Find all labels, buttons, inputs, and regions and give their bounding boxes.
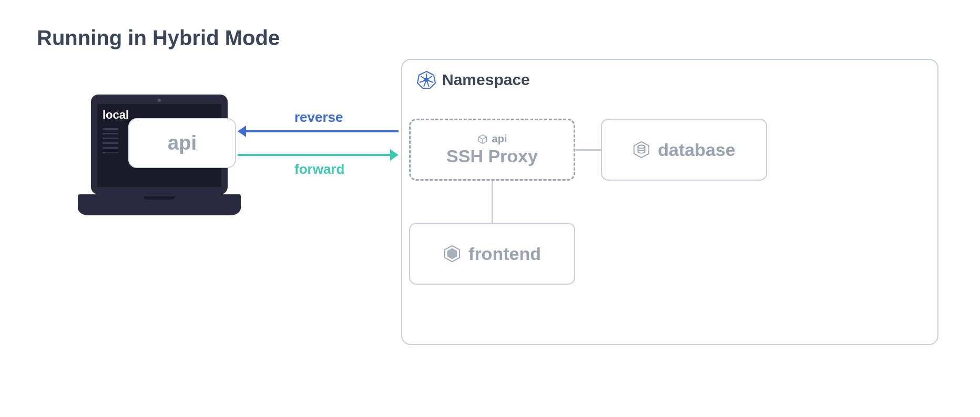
namespace-title: Namespace (442, 71, 530, 89)
connector-ssh-database (575, 149, 601, 151)
namespace-container: Namespace api SSH Proxy databas (401, 59, 938, 345)
api-card: api (128, 118, 236, 168)
frontend-label: frontend (468, 244, 541, 264)
reverse-arrow (245, 130, 399, 132)
forward-arrow (238, 154, 391, 156)
frontend-card: frontend (409, 223, 575, 285)
cube-icon (443, 245, 461, 263)
kubernetes-icon (417, 70, 436, 89)
ssh-proxy-main-label: SSH Proxy (446, 146, 538, 166)
diagram-title: Running in Hybrid Mode (37, 26, 280, 50)
forward-arrow-label: forward (294, 161, 344, 178)
ssh-proxy-card: api SSH Proxy (409, 119, 575, 181)
database-icon (632, 141, 650, 159)
reverse-arrow-label: reverse (294, 109, 343, 126)
svg-point-12 (638, 145, 645, 149)
ssh-proxy-mini-label: api (492, 133, 507, 145)
connector-ssh-frontend (492, 181, 493, 223)
database-label: database (658, 140, 735, 160)
api-label: api (168, 132, 197, 154)
cube-icon (477, 134, 488, 144)
svg-marker-11 (634, 142, 649, 158)
svg-marker-14 (448, 249, 457, 259)
database-card: database (601, 119, 767, 181)
